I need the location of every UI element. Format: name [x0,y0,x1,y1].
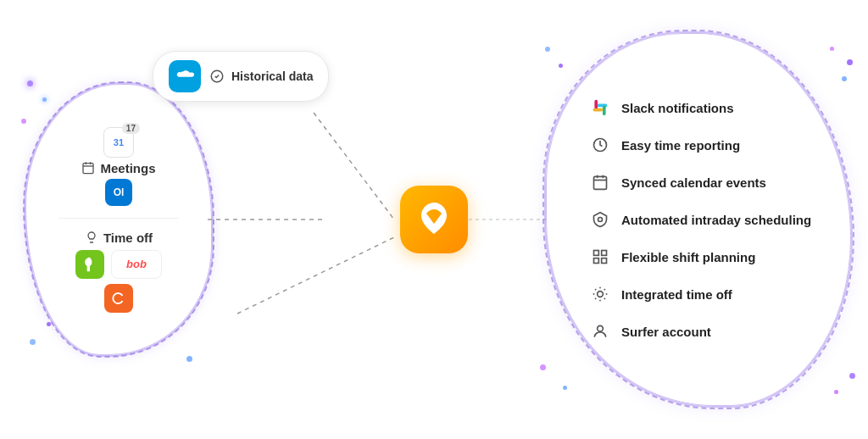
bamboo-icon [75,250,104,279]
svg-point-19 [598,292,604,297]
calendar-small-icon [81,161,95,175]
historical-pill-content: Historical data [209,69,313,84]
time-reporting-feature-text: Easy time reporting [621,138,740,153]
meetings-group: 31 17 Meetings Ol [81,127,155,206]
bamboo-leaf-icon [81,256,98,273]
salesforce-icon [169,60,201,92]
timeoff-group: Time off bob [75,231,162,313]
sparkle-dot [830,47,834,51]
grid-svg-icon [592,248,609,265]
meetings-text: Meetings [100,161,155,175]
outlook-icon-row: Ol [105,179,132,206]
svg-line-26 [595,298,596,299]
timeoff-icons: bob [75,250,162,279]
svg-point-28 [598,325,604,331]
sparkle-dot [849,373,855,379]
section-divider [58,218,179,219]
svg-line-25 [604,298,605,299]
bob-label: bob [126,258,147,270]
sparkle-dot [559,64,563,68]
clock-svg-icon [592,136,609,153]
user-feature-icon [589,320,611,342]
app-logo-icon [417,198,451,241]
right-features-cloud: Slack notifications Easy time reporting … [546,33,851,406]
sparkle-dot [186,356,192,362]
salesforce-cloud-icon [175,69,194,83]
intraday-feature-text: Automated intraday scheduling [621,213,811,227]
svg-line-6 [314,113,394,220]
svg-line-24 [595,289,596,290]
feature-item-intraday: Automated intraday scheduling [589,204,825,235]
shield-feature-icon [589,208,611,231]
feature-item-integrated-timeoff: Integrated time off [589,279,825,309]
sun-svg-icon [592,286,609,303]
sparkle-dot [540,364,546,370]
svg-rect-18 [602,258,607,264]
user-svg-icon [592,323,609,340]
svg-rect-15 [594,251,599,256]
svg-point-9 [594,139,607,152]
shift-feature-text: Flexible shift planning [621,250,755,264]
feature-item-slack: Slack notifications [589,92,825,123]
timeoff-label: Time off [85,231,153,245]
sun-feature-icon [589,283,611,305]
sparkle-dot [834,390,838,394]
sparkle-dot [21,119,26,124]
timeoff-text: Time off [103,231,153,245]
workday-icon [104,284,133,313]
bob-icon: bob [111,250,162,279]
sparkle-dot [27,81,33,86]
feature-item-calendar: Synced calendar events [589,167,825,197]
svg-rect-16 [602,251,607,256]
calendar-feature-icon [589,171,611,193]
svg-rect-10 [594,176,607,189]
center-app-logo [400,186,468,253]
feature-item-shift: Flexible shift planning [589,242,825,272]
svg-point-14 [598,218,603,222]
sparkle-dot [545,47,550,52]
slack-feature-text: Slack notifications [621,101,734,115]
c-icon [111,291,126,306]
sparkle-dot [847,59,853,65]
surfer-feature-text: Surfer account [621,325,711,339]
google-calendar-icon: 31 17 [103,127,134,158]
sparkle-dot [842,76,847,81]
meetings-icons: 31 17 [103,127,134,158]
slack-svg-icon [591,98,609,117]
integrated-timeoff-text: Integrated time off [621,287,732,302]
historical-label: Historical data [231,69,313,83]
svg-rect-0 [83,164,93,174]
sparkle-dot [30,339,36,345]
historical-data-pill: Historical data [153,51,329,102]
left-integrations-cloud: 31 17 Meetings Ol Time off [25,84,212,355]
meetings-badge: 17 [122,123,140,134]
slack-feature-icon [589,97,611,119]
feature-item-surfer: Surfer account [589,316,825,347]
clock-feature-icon [589,134,611,156]
shield-svg-icon [592,211,609,228]
main-scene: 31 17 Meetings Ol Time off [0,0,868,439]
extra-icons-row [104,284,133,313]
grid-feature-icon [589,246,611,268]
feature-item-time-reporting: Easy time reporting [589,130,825,160]
sparkle-dot [563,386,567,390]
check-circle-icon [209,69,225,84]
svg-rect-17 [594,258,599,264]
svg-line-7 [237,237,394,314]
meetings-label: Meetings [81,161,155,175]
outlook-icon: Ol [105,179,132,206]
svg-line-27 [604,289,605,290]
calendar-svg-icon [592,174,609,191]
bulb-icon [85,231,98,244]
calendar-feature-text: Synced calendar events [621,175,766,190]
sparkle-dot [42,97,47,102]
